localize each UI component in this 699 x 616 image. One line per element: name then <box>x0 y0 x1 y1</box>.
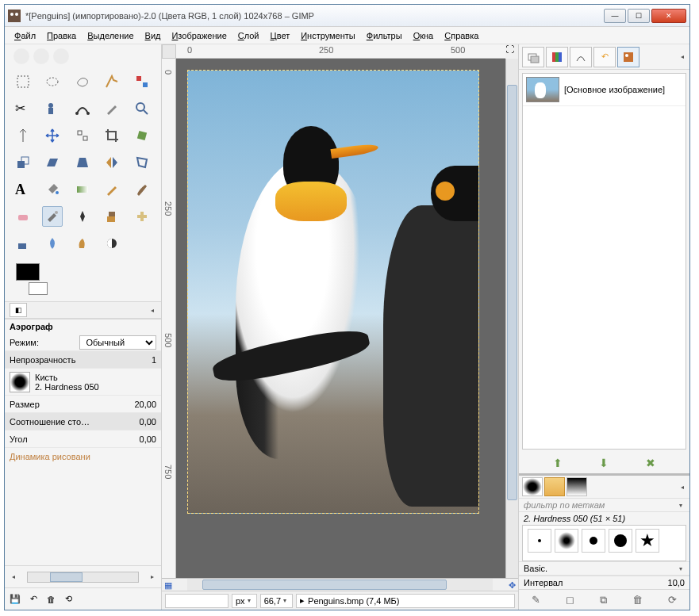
reset-options-icon[interactable]: ⟲ <box>65 594 72 604</box>
clone-tool[interactable] <box>102 206 122 227</box>
menu-select[interactable]: Выделение <box>83 29 138 42</box>
brush-category[interactable]: Basic. <box>524 564 677 573</box>
dynamics-label[interactable]: Динамика рисовани <box>10 452 156 461</box>
brush-swatch[interactable] <box>555 529 578 553</box>
ruler-vertical[interactable]: 0 250 500 750 <box>162 59 176 578</box>
brush-name[interactable]: 2. Hardness 050 <box>35 382 156 392</box>
bg-color-swatch[interactable] <box>29 282 48 295</box>
right-dock-menu-top[interactable]: ◂ <box>678 53 686 60</box>
mode-select[interactable]: Обычный <box>79 335 157 350</box>
ruler-horizontal[interactable]: 0 250 500 <box>176 44 505 59</box>
minimize-button[interactable]: — <box>604 9 626 23</box>
fuzzy-select-tool[interactable] <box>102 71 122 92</box>
brush-swatch[interactable] <box>528 529 551 553</box>
menu-edit[interactable]: Правка <box>42 29 81 42</box>
delete-image-icon[interactable]: ✖ <box>646 457 655 469</box>
titlebar[interactable]: *[Penguins] (импортировано)-2.0 (Цвета R… <box>5 5 689 27</box>
dock-menu-left[interactable]: ◂ <box>148 307 156 314</box>
menu-view[interactable]: Вид <box>140 29 166 42</box>
maximize-button[interactable]: ☐ <box>628 9 650 23</box>
quick-mask-icon[interactable]: ▦ <box>162 579 175 591</box>
color-select-tool[interactable] <box>132 71 152 92</box>
scissors-tool[interactable]: ✂ <box>13 98 33 119</box>
save-options-icon[interactable]: 💾 <box>10 594 21 604</box>
duplicate-brush-icon[interactable]: ⧉ <box>600 594 607 606</box>
align-tool[interactable] <box>72 125 93 146</box>
fg-color-swatch[interactable] <box>16 263 40 281</box>
size-value[interactable]: 20,00 <box>121 400 156 409</box>
navigate-icon[interactable]: ✥ <box>505 579 518 591</box>
edit-brush-icon[interactable]: ✎ <box>532 594 540 606</box>
category-dropdown-icon[interactable]: ▾ <box>677 565 685 572</box>
channels-tab[interactable] <box>546 47 568 67</box>
image-content[interactable] <box>187 70 479 514</box>
filter-dropdown-icon[interactable]: ▾ <box>677 502 685 509</box>
blend-tool[interactable] <box>72 179 93 200</box>
shear-tool[interactable] <box>42 152 63 173</box>
airbrush-tool[interactable] <box>42 206 63 227</box>
gradients-tab[interactable] <box>566 477 587 496</box>
rotate-tool[interactable] <box>132 125 152 146</box>
menu-windows[interactable]: Окна <box>409 29 439 42</box>
dodge-burn-tool[interactable] <box>102 233 122 254</box>
scroll-right-icon[interactable]: ▸ <box>148 573 156 580</box>
brushes-tab[interactable] <box>522 477 543 496</box>
zoom-tool[interactable] <box>132 98 152 119</box>
undo-history-tab[interactable]: ↶ <box>593 47 616 67</box>
color-picker-tool[interactable] <box>102 98 122 119</box>
heal-tool[interactable] <box>132 206 152 227</box>
brush-swatch[interactable] <box>582 529 605 553</box>
scale-tool[interactable] <box>13 152 33 173</box>
menu-image[interactable]: Изображение <box>167 29 231 42</box>
zoom-fit-icon[interactable]: ⛶ <box>505 44 518 59</box>
tool-options-tab[interactable]: ◧ <box>10 303 27 317</box>
perspective-clone-tool[interactable] <box>13 233 33 254</box>
brush-swatch[interactable]: ★ <box>636 529 659 553</box>
canvas[interactable] <box>176 59 505 578</box>
smudge-tool[interactable] <box>72 233 93 254</box>
unit-select[interactable]: px ▾ <box>232 594 257 608</box>
brush-swatch[interactable] <box>609 529 632 553</box>
lower-icon[interactable]: ⬇ <box>599 457 609 469</box>
measure-tool[interactable] <box>13 125 33 146</box>
move-tool[interactable] <box>42 125 63 146</box>
right-dock-menu-bottom[interactable]: ◂ <box>678 484 686 491</box>
ellipse-select-tool[interactable] <box>42 71 63 92</box>
opacity-value[interactable]: 1 <box>121 355 156 365</box>
canvas-scrollbar-v[interactable] <box>505 59 518 578</box>
interval-value[interactable]: 10,0 <box>668 578 685 587</box>
ratio-value[interactable]: 0,00 <box>121 417 156 427</box>
paintbrush-tool[interactable] <box>132 179 152 200</box>
cage-tool[interactable] <box>132 152 152 173</box>
refresh-brushes-icon[interactable]: ⟳ <box>668 594 677 606</box>
left-scrollbar[interactable] <box>27 572 139 583</box>
patterns-tab[interactable] <box>544 477 565 496</box>
angle-value[interactable]: 0,00 <box>121 434 156 444</box>
delete-options-icon[interactable]: 🗑 <box>47 595 56 604</box>
lasso-tool[interactable] <box>72 71 93 92</box>
menu-tools[interactable]: Инструменты <box>296 29 360 42</box>
layers-tab[interactable] <box>522 47 544 67</box>
ruler-corner[interactable] <box>162 44 176 59</box>
eraser-tool[interactable] <box>13 206 33 227</box>
bucket-fill-tool[interactable] <box>42 179 63 200</box>
text-tool[interactable]: A <box>13 179 33 200</box>
delete-brush-icon[interactable]: 🗑 <box>632 594 643 606</box>
menu-help[interactable]: Справка <box>440 29 483 42</box>
scroll-left-icon[interactable]: ◂ <box>10 573 17 580</box>
blur-tool[interactable] <box>42 233 63 254</box>
flip-tool[interactable] <box>102 152 122 173</box>
images-tab[interactable] <box>617 47 639 67</box>
brush-preview[interactable] <box>10 372 30 392</box>
close-button[interactable]: ✕ <box>651 9 686 23</box>
new-brush-icon[interactable]: ◻ <box>566 594 574 606</box>
image-thumbnail[interactable] <box>526 77 559 102</box>
crop-tool[interactable] <box>102 125 122 146</box>
menu-filters[interactable]: Фильтры <box>362 29 407 42</box>
zoom-select[interactable]: 66,7 ▾ <box>260 594 293 608</box>
paths-tab[interactable] <box>570 47 592 67</box>
restore-options-icon[interactable]: ↶ <box>30 594 37 604</box>
ink-tool[interactable] <box>72 206 93 227</box>
brush-filter-input[interactable]: фильтр по меткам <box>524 500 677 510</box>
menu-layer[interactable]: Слой <box>233 29 264 42</box>
